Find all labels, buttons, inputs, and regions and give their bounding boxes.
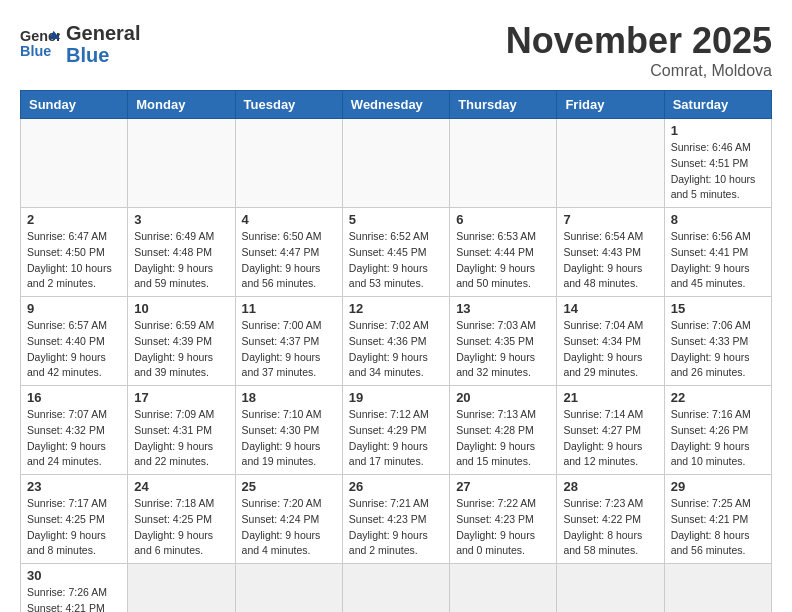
logo-general-text: General xyxy=(66,22,140,44)
day-cell xyxy=(557,119,664,208)
day-info: Sunrise: 7:09 AM Sunset: 4:31 PM Dayligh… xyxy=(134,407,228,470)
day-cell xyxy=(342,119,449,208)
day-cell: 24Sunrise: 7:18 AM Sunset: 4:25 PM Dayli… xyxy=(128,475,235,564)
day-number: 17 xyxy=(134,390,228,405)
weekday-header-friday: Friday xyxy=(557,91,664,119)
page-header: General Blue General Blue November 2025 … xyxy=(20,20,772,80)
day-cell: 11Sunrise: 7:00 AM Sunset: 4:37 PM Dayli… xyxy=(235,297,342,386)
day-info: Sunrise: 7:06 AM Sunset: 4:33 PM Dayligh… xyxy=(671,318,765,381)
day-info: Sunrise: 6:54 AM Sunset: 4:43 PM Dayligh… xyxy=(563,229,657,292)
day-cell: 23Sunrise: 7:17 AM Sunset: 4:25 PM Dayli… xyxy=(21,475,128,564)
day-number: 24 xyxy=(134,479,228,494)
day-info: Sunrise: 7:16 AM Sunset: 4:26 PM Dayligh… xyxy=(671,407,765,470)
day-cell: 2Sunrise: 6:47 AM Sunset: 4:50 PM Daylig… xyxy=(21,208,128,297)
day-number: 27 xyxy=(456,479,550,494)
weekday-header-sunday: Sunday xyxy=(21,91,128,119)
day-cell xyxy=(235,564,342,613)
day-cell: 15Sunrise: 7:06 AM Sunset: 4:33 PM Dayli… xyxy=(664,297,771,386)
weekday-header-saturday: Saturday xyxy=(664,91,771,119)
day-cell: 18Sunrise: 7:10 AM Sunset: 4:30 PM Dayli… xyxy=(235,386,342,475)
day-info: Sunrise: 6:56 AM Sunset: 4:41 PM Dayligh… xyxy=(671,229,765,292)
day-number: 29 xyxy=(671,479,765,494)
day-number: 6 xyxy=(456,212,550,227)
day-info: Sunrise: 7:17 AM Sunset: 4:25 PM Dayligh… xyxy=(27,496,121,559)
day-cell: 6Sunrise: 6:53 AM Sunset: 4:44 PM Daylig… xyxy=(450,208,557,297)
day-cell: 8Sunrise: 6:56 AM Sunset: 4:41 PM Daylig… xyxy=(664,208,771,297)
day-info: Sunrise: 7:14 AM Sunset: 4:27 PM Dayligh… xyxy=(563,407,657,470)
day-cell: 9Sunrise: 6:57 AM Sunset: 4:40 PM Daylig… xyxy=(21,297,128,386)
day-cell xyxy=(450,119,557,208)
day-cell xyxy=(664,564,771,613)
day-info: Sunrise: 7:18 AM Sunset: 4:25 PM Dayligh… xyxy=(134,496,228,559)
day-cell: 28Sunrise: 7:23 AM Sunset: 4:22 PM Dayli… xyxy=(557,475,664,564)
day-info: Sunrise: 7:12 AM Sunset: 4:29 PM Dayligh… xyxy=(349,407,443,470)
weekday-header-thursday: Thursday xyxy=(450,91,557,119)
weekday-header-tuesday: Tuesday xyxy=(235,91,342,119)
day-cell: 3Sunrise: 6:49 AM Sunset: 4:48 PM Daylig… xyxy=(128,208,235,297)
day-cell: 21Sunrise: 7:14 AM Sunset: 4:27 PM Dayli… xyxy=(557,386,664,475)
day-info: Sunrise: 6:53 AM Sunset: 4:44 PM Dayligh… xyxy=(456,229,550,292)
day-info: Sunrise: 7:25 AM Sunset: 4:21 PM Dayligh… xyxy=(671,496,765,559)
day-cell: 29Sunrise: 7:25 AM Sunset: 4:21 PM Dayli… xyxy=(664,475,771,564)
day-number: 15 xyxy=(671,301,765,316)
day-info: Sunrise: 7:04 AM Sunset: 4:34 PM Dayligh… xyxy=(563,318,657,381)
weekday-header-row: SundayMondayTuesdayWednesdayThursdayFrid… xyxy=(21,91,772,119)
day-cell xyxy=(557,564,664,613)
day-cell: 22Sunrise: 7:16 AM Sunset: 4:26 PM Dayli… xyxy=(664,386,771,475)
day-cell xyxy=(342,564,449,613)
day-number: 3 xyxy=(134,212,228,227)
week-row-2: 2Sunrise: 6:47 AM Sunset: 4:50 PM Daylig… xyxy=(21,208,772,297)
day-cell: 19Sunrise: 7:12 AM Sunset: 4:29 PM Dayli… xyxy=(342,386,449,475)
day-number: 12 xyxy=(349,301,443,316)
day-number: 23 xyxy=(27,479,121,494)
day-info: Sunrise: 7:03 AM Sunset: 4:35 PM Dayligh… xyxy=(456,318,550,381)
day-cell xyxy=(21,119,128,208)
title-block: November 2025 Comrat, Moldova xyxy=(506,20,772,80)
day-number: 11 xyxy=(242,301,336,316)
day-number: 28 xyxy=(563,479,657,494)
day-number: 20 xyxy=(456,390,550,405)
day-info: Sunrise: 7:22 AM Sunset: 4:23 PM Dayligh… xyxy=(456,496,550,559)
day-number: 7 xyxy=(563,212,657,227)
day-number: 1 xyxy=(671,123,765,138)
day-cell: 7Sunrise: 6:54 AM Sunset: 4:43 PM Daylig… xyxy=(557,208,664,297)
day-number: 9 xyxy=(27,301,121,316)
day-info: Sunrise: 6:50 AM Sunset: 4:47 PM Dayligh… xyxy=(242,229,336,292)
day-cell xyxy=(450,564,557,613)
day-cell xyxy=(235,119,342,208)
day-number: 22 xyxy=(671,390,765,405)
day-cell: 17Sunrise: 7:09 AM Sunset: 4:31 PM Dayli… xyxy=(128,386,235,475)
day-number: 8 xyxy=(671,212,765,227)
day-cell: 4Sunrise: 6:50 AM Sunset: 4:47 PM Daylig… xyxy=(235,208,342,297)
day-info: Sunrise: 6:46 AM Sunset: 4:51 PM Dayligh… xyxy=(671,140,765,203)
day-cell: 12Sunrise: 7:02 AM Sunset: 4:36 PM Dayli… xyxy=(342,297,449,386)
day-number: 4 xyxy=(242,212,336,227)
logo-blue-text: Blue xyxy=(66,44,140,66)
day-number: 19 xyxy=(349,390,443,405)
calendar-table: SundayMondayTuesdayWednesdayThursdayFrid… xyxy=(20,90,772,612)
logo: General Blue General Blue xyxy=(20,20,140,66)
day-cell: 1Sunrise: 6:46 AM Sunset: 4:51 PM Daylig… xyxy=(664,119,771,208)
week-row-1: 1Sunrise: 6:46 AM Sunset: 4:51 PM Daylig… xyxy=(21,119,772,208)
day-cell xyxy=(128,119,235,208)
day-cell: 16Sunrise: 7:07 AM Sunset: 4:32 PM Dayli… xyxy=(21,386,128,475)
day-cell: 10Sunrise: 6:59 AM Sunset: 4:39 PM Dayli… xyxy=(128,297,235,386)
day-cell: 5Sunrise: 6:52 AM Sunset: 4:45 PM Daylig… xyxy=(342,208,449,297)
day-info: Sunrise: 6:47 AM Sunset: 4:50 PM Dayligh… xyxy=(27,229,121,292)
day-cell: 26Sunrise: 7:21 AM Sunset: 4:23 PM Dayli… xyxy=(342,475,449,564)
day-info: Sunrise: 7:26 AM Sunset: 4:21 PM Dayligh… xyxy=(27,585,121,612)
day-number: 5 xyxy=(349,212,443,227)
day-info: Sunrise: 7:07 AM Sunset: 4:32 PM Dayligh… xyxy=(27,407,121,470)
day-cell: 27Sunrise: 7:22 AM Sunset: 4:23 PM Dayli… xyxy=(450,475,557,564)
day-number: 18 xyxy=(242,390,336,405)
day-number: 14 xyxy=(563,301,657,316)
weekday-header-monday: Monday xyxy=(128,91,235,119)
day-number: 10 xyxy=(134,301,228,316)
day-info: Sunrise: 6:59 AM Sunset: 4:39 PM Dayligh… xyxy=(134,318,228,381)
location: Comrat, Moldova xyxy=(506,62,772,80)
weekday-header-wednesday: Wednesday xyxy=(342,91,449,119)
week-row-6: 30Sunrise: 7:26 AM Sunset: 4:21 PM Dayli… xyxy=(21,564,772,613)
day-info: Sunrise: 7:21 AM Sunset: 4:23 PM Dayligh… xyxy=(349,496,443,559)
day-number: 16 xyxy=(27,390,121,405)
day-info: Sunrise: 6:49 AM Sunset: 4:48 PM Dayligh… xyxy=(134,229,228,292)
